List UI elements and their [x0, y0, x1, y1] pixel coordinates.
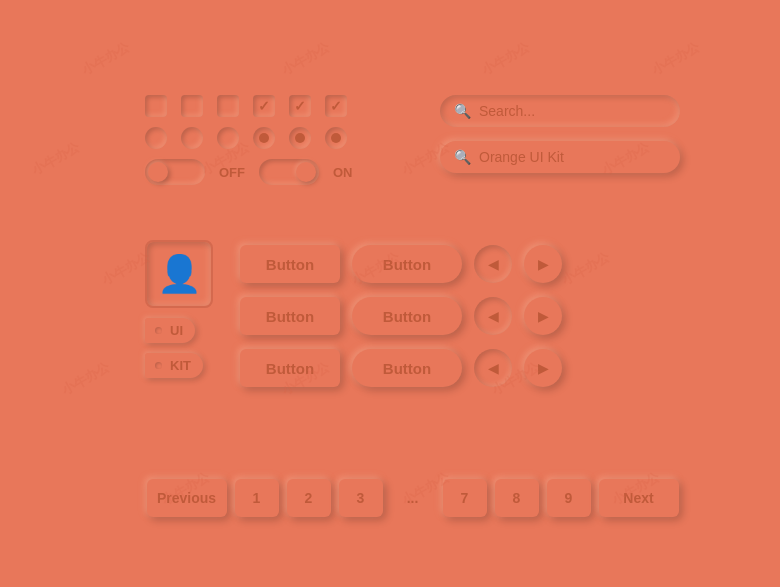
button-row-2: Button Button ◀ ▶ [240, 297, 562, 335]
right-arrow-icon: ▶ [538, 256, 549, 272]
radio-row [145, 127, 353, 149]
search-placeholder-text: Search... [479, 103, 535, 119]
button-pill-2-2[interactable]: Button [352, 297, 462, 335]
button-rect-2-1[interactable]: Button [240, 297, 340, 335]
tag-ui-label: UI [170, 323, 183, 338]
pagination-page-7[interactable]: 7 [443, 479, 487, 517]
search-active-text: Orange UI Kit [479, 149, 564, 165]
pagination-next-button[interactable]: Next [599, 479, 679, 517]
button-rect-1-1[interactable]: Button [240, 245, 340, 283]
button-pill-3-2[interactable]: Button [352, 349, 462, 387]
search-bar-placeholder[interactable]: 🔍 Search... [440, 95, 680, 127]
toggle-row: OFF ON [145, 159, 353, 185]
checkbox-3[interactable] [217, 95, 239, 117]
search-icon-active: 🔍 [454, 149, 471, 165]
checkbox-5[interactable] [289, 95, 311, 117]
button-next-1[interactable]: ▶ [524, 245, 562, 283]
avatar: 👤 [145, 240, 213, 308]
right-arrow-icon-3: ▶ [538, 360, 549, 376]
radio-4[interactable] [253, 127, 275, 149]
controls-section: OFF ON [145, 95, 353, 185]
toggle-thumb-on [296, 162, 316, 182]
button-row-3: Button Button ◀ ▶ [240, 349, 562, 387]
radio-3[interactable] [217, 127, 239, 149]
radio-2[interactable] [181, 127, 203, 149]
pagination-prev-button[interactable]: Previous [147, 479, 227, 517]
tag-ui[interactable]: UI [145, 318, 195, 343]
toggle-off[interactable] [145, 159, 205, 185]
radio-6[interactable] [325, 127, 347, 149]
button-next-3[interactable]: ▶ [524, 349, 562, 387]
toggle-thumb-off [148, 162, 168, 182]
search-bar-active[interactable]: 🔍 Orange UI Kit [440, 141, 680, 173]
button-prev-1[interactable]: ◀ [474, 245, 512, 283]
left-arrow-icon: ◀ [488, 256, 499, 272]
pagination-section: Previous 1 2 3 ... 7 8 9 Next [145, 479, 680, 517]
button-prev-2[interactable]: ◀ [474, 297, 512, 335]
button-prev-3[interactable]: ◀ [474, 349, 512, 387]
search-section: 🔍 Search... 🔍 Orange UI Kit [440, 95, 680, 173]
checkbox-6[interactable] [325, 95, 347, 117]
button-pill-1-2[interactable]: Button [352, 245, 462, 283]
button-rect-3-1[interactable]: Button [240, 349, 340, 387]
checkbox-1[interactable] [145, 95, 167, 117]
pagination-page-2[interactable]: 2 [287, 479, 331, 517]
avatar-section: 👤 UI KIT [145, 240, 213, 378]
toggle-on-label: ON [333, 165, 353, 180]
button-next-2[interactable]: ▶ [524, 297, 562, 335]
radio-1[interactable] [145, 127, 167, 149]
toggle-off-label: OFF [219, 165, 245, 180]
tag-kit[interactable]: KIT [145, 353, 203, 378]
search-icon: 🔍 [454, 103, 471, 119]
toggle-on[interactable] [259, 159, 319, 185]
pagination-page-1[interactable]: 1 [235, 479, 279, 517]
right-arrow-icon-2: ▶ [538, 308, 549, 324]
avatar-icon: 👤 [157, 253, 202, 295]
checkbox-4[interactable] [253, 95, 275, 117]
prev-label: Previous [157, 490, 216, 506]
checkbox-2[interactable] [181, 95, 203, 117]
radio-5[interactable] [289, 127, 311, 149]
tag-kit-label: KIT [170, 358, 191, 373]
buttons-section: Button Button ◀ ▶ Button Button ◀ ▶ Butt… [240, 245, 562, 387]
button-row-1: Button Button ◀ ▶ [240, 245, 562, 283]
left-arrow-icon-2: ◀ [488, 308, 499, 324]
next-label: Next [623, 490, 653, 506]
pagination-page-8[interactable]: 8 [495, 479, 539, 517]
checkbox-row [145, 95, 353, 117]
left-arrow-icon-3: ◀ [488, 360, 499, 376]
pagination-page-9[interactable]: 9 [547, 479, 591, 517]
pagination-dots: ... [391, 479, 435, 517]
pagination-page-3[interactable]: 3 [339, 479, 383, 517]
